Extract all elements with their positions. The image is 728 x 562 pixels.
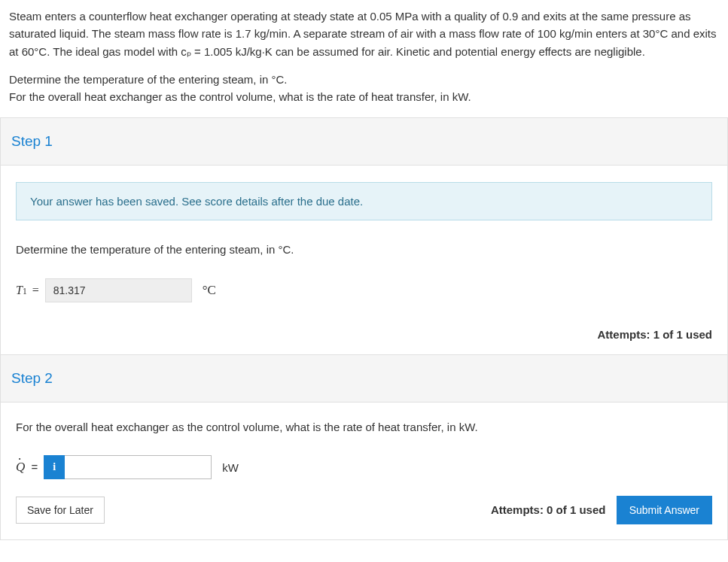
step-2-question: For the overall heat exchanger as the co… xyxy=(16,419,712,436)
step-1-attempts: Attempts: 1 of 1 used xyxy=(1,320,727,354)
step-2-attempts: Attempts: 0 of 1 used xyxy=(491,503,606,516)
problem-paragraph-1: Steam enters a counterflow heat exchange… xyxy=(9,8,719,60)
qdot-unit: kW xyxy=(222,461,239,474)
save-for-later-button[interactable]: Save for Later xyxy=(16,497,105,524)
step-2-header: Step 2 xyxy=(1,355,727,403)
t1-unit: °C xyxy=(203,283,216,298)
step-1: Step 1 Your answer has been saved. See s… xyxy=(0,118,728,355)
step-1-header: Step 1 xyxy=(1,118,727,166)
saved-alert: Your answer has been saved. See score de… xyxy=(16,182,712,220)
info-icon[interactable]: i xyxy=(44,455,65,479)
submit-answer-button[interactable]: Submit Answer xyxy=(617,496,712,524)
problem-paragraph-2: Determine the temperature of the enterin… xyxy=(9,71,719,106)
t1-label: T1 = xyxy=(16,284,39,297)
t1-input xyxy=(45,278,192,302)
step-2-answer-row: Q = i kW xyxy=(16,455,712,479)
qdot-input[interactable] xyxy=(65,455,212,479)
qdot-label: Q = xyxy=(16,460,38,475)
step-1-question: Determine the temperature of the enterin… xyxy=(16,242,712,259)
problem-statement: Steam enters a counterflow heat exchange… xyxy=(0,0,728,118)
step-1-answer-row: T1 = °C xyxy=(16,278,712,302)
step-2: Step 2 For the overall heat exchanger as… xyxy=(0,355,728,541)
